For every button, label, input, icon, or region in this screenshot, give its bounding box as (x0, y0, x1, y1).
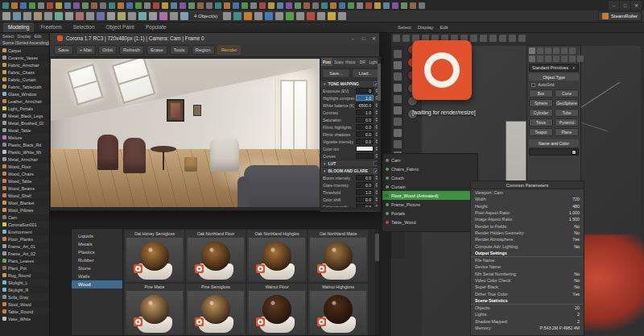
object-name-field[interactable] (529, 148, 579, 156)
menu-item[interactable]: Display (418, 25, 434, 30)
bloom-glare-section-header[interactable]: ▼ BLOOM AND GLARE ✓ (320, 167, 381, 174)
vfb-toolbar-button[interactable]: Refresh (119, 45, 144, 55)
material-thumbnail[interactable]: Oat Northland Matte (308, 230, 368, 282)
scene-tree-item[interactable]: Glass_Window (0, 90, 49, 97)
toolbar-icon[interactable] (149, 12, 157, 20)
category-icon[interactable] (529, 56, 535, 62)
scene-tree-item[interactable]: Wood_Shelf (0, 192, 49, 199)
category-icon[interactable] (569, 56, 576, 62)
object-list-row[interactable]: Portals (382, 209, 477, 218)
ribbon-tab[interactable]: Freeform (35, 23, 66, 32)
toolbar-icon[interactable] (328, 12, 336, 20)
toolbar-icon[interactable] (73, 2, 80, 9)
material-thumbnail[interactable]: Walnut Highgloss (308, 284, 368, 335)
object-list-row[interactable]: Cam (382, 156, 477, 164)
scene-tree-item[interactable]: Carpet (0, 47, 49, 54)
scene-tree-item[interactable]: Metal_Armchair (0, 156, 49, 163)
object-type-rollout[interactable]: Object Type (529, 73, 579, 81)
toolbar-icon[interactable] (296, 12, 304, 20)
vfb-toolbar-button[interactable]: Erase (147, 45, 167, 55)
material-category[interactable]: Stone (72, 264, 122, 272)
toolbar-icon[interactable] (224, 2, 230, 9)
toolbar-icon[interactable] (135, 2, 142, 9)
object-list-row[interactable]: Chairs_Fabric (382, 164, 477, 173)
toolbar-icon[interactable] (2, 2, 9, 9)
toolbar-icon[interactable] (509, 35, 516, 42)
material-thumbnail[interactable]: Pine Matte (125, 284, 184, 335)
toolbar-icon[interactable] (295, 2, 301, 9)
toolbar-icon[interactable] (321, 2, 328, 9)
toolbar-icon[interactable] (394, 50, 402, 58)
material-thumbnail[interactable]: Oak Northland Highglos (247, 230, 307, 282)
scene-tree-item[interactable]: Metal_Black_Legs (0, 112, 49, 119)
scene-tree-item[interactable]: Frame_Art_02 (0, 250, 49, 257)
toolbar-icon[interactable] (44, 12, 52, 20)
load-button[interactable]: Load... (352, 68, 380, 78)
toolbar-icon[interactable] (128, 12, 136, 20)
category-icon[interactable] (537, 56, 543, 62)
scene-tree-item[interactable]: Plastic_Black_Rd (0, 141, 49, 148)
toolbar-icon[interactable] (38, 2, 44, 9)
toolbar-icon[interactable] (109, 2, 115, 9)
scene-tree-item[interactable]: Floor_Planks (0, 235, 49, 243)
parameter-value-field[interactable]: 0.0 (356, 124, 374, 130)
vfb-toolbar-button[interactable]: Save (54, 45, 73, 55)
material-category[interactable]: Walls (72, 272, 122, 280)
command-panel-tab-icon[interactable] (569, 48, 576, 54)
toolbar-icon[interactable] (13, 12, 21, 20)
toolbar-icon[interactable] (153, 2, 159, 9)
toolbar-icon[interactable] (357, 2, 363, 9)
toolbar-icon[interactable] (254, 12, 262, 20)
primitive-type-dropdown[interactable]: Standard Primitives ▼ (529, 64, 579, 72)
toolbar-icon[interactable] (86, 12, 94, 20)
scene-tree-item[interactable]: Metal_Brushed_Gl (0, 119, 49, 127)
toolbar-icon[interactable] (162, 2, 168, 9)
primitive-button[interactable]: GeoSphere (555, 99, 579, 107)
toolbar-icon[interactable] (56, 2, 62, 9)
vfb-titlebar[interactable]: Corona 1.7 RC3 | 720x480px (1:1) | Camer… (25, 33, 379, 44)
category-icon[interactable] (561, 56, 568, 62)
autogrid-checkbox[interactable] (531, 83, 535, 87)
menu-item[interactable]: Display (17, 34, 31, 39)
toolbar-icon[interactable] (118, 12, 126, 20)
toolbar-icon[interactable] (499, 35, 506, 42)
scene-tree-item[interactable]: Fabric_Curtain (0, 76, 49, 83)
toolbar-icon[interactable] (82, 2, 89, 9)
scrollbar[interactable] (375, 229, 379, 335)
window-control-button[interactable]: ✕ (369, 34, 379, 43)
scene-tree-item[interactable]: Fabric_Chairs (0, 68, 49, 76)
scene-tree-item[interactable]: Ceramic_Vases (0, 54, 49, 61)
toolbar-icon[interactable] (394, 106, 402, 114)
primitive-button[interactable]: Box (529, 89, 553, 97)
vfb-toolbar-button[interactable]: Tools (170, 45, 189, 55)
material-category[interactable]: Plastics (72, 248, 122, 256)
scene-tree-item[interactable]: Fabric_Armchair (0, 61, 49, 68)
render-preview[interactable] (51, 59, 320, 209)
material-category[interactable]: Liquids (72, 232, 122, 240)
object-list-row[interactable]: Table_Wood (382, 218, 477, 226)
primitive-button[interactable]: Sphere (529, 99, 553, 107)
toolbar-icon[interactable] (410, 2, 416, 9)
toolbar-icon[interactable] (394, 73, 402, 81)
window-control-button[interactable]: – (609, 1, 619, 10)
toolbar-icon[interactable] (197, 2, 204, 9)
command-panel-tab-icon[interactable] (545, 48, 551, 54)
explorer-sort-header[interactable]: Scene (Sorted Ascending) (0, 39, 49, 47)
scene-tree-item[interactable]: Plastic_White_Mt (0, 148, 49, 156)
ribbon-tab[interactable]: Selection (68, 23, 100, 32)
toolbar-icon[interactable] (29, 2, 35, 9)
toolbar-icon[interactable] (65, 12, 73, 20)
primitive-button[interactable]: Cone (555, 89, 579, 97)
toolbar-icon[interactable] (171, 2, 177, 9)
material-category[interactable]: Rubber (72, 256, 122, 264)
scene-tree-item[interactable]: Leather_Armchair (0, 97, 49, 105)
toolbar-icon[interactable] (383, 2, 390, 9)
vfb-toolbar-button[interactable]: Orbit (98, 45, 117, 55)
toolbar-icon[interactable] (402, 35, 410, 42)
toolbar-icon[interactable] (480, 35, 487, 42)
parameter-value-field[interactable]: 1.0 (356, 110, 374, 115)
toolbar-icon[interactable] (312, 2, 319, 9)
save-button[interactable]: Save... (322, 68, 350, 78)
toolbar-icon[interactable] (307, 12, 315, 20)
window-control-button[interactable]: – (348, 34, 358, 43)
